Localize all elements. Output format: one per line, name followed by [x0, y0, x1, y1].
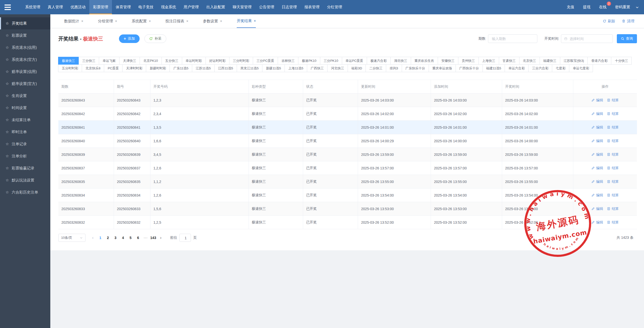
lottery-type-tab[interactable]: 北京PK10 [140, 57, 162, 65]
lottery-type-tab[interactable]: 福建快三 [540, 57, 560, 65]
lottery-type-tab[interactable]: 贵州快三 [458, 57, 479, 65]
lottery-type-tab[interactable]: 新疆时时彩 [146, 64, 170, 72]
page-number[interactable]: 1 [97, 234, 104, 242]
lottery-type-tab[interactable]: 幸运时时彩 [182, 57, 206, 65]
navbar-right-item[interactable]: 充值 [562, 0, 579, 14]
lottery-type-tab[interactable]: 黑龙江11选5 [237, 64, 263, 72]
edit-link[interactable]: 编辑 [591, 207, 603, 211]
page-number[interactable]: 5 [127, 234, 134, 242]
chevron-down-icon[interactable] [634, 0, 644, 14]
navbar-item[interactable]: 聊天室管理 [229, 0, 255, 14]
sidebar-item[interactable]: ☆ 时间设置 [0, 102, 50, 114]
view-tab[interactable]: 系统配置 × [132, 14, 151, 28]
sidebar-item[interactable]: ☆ 系统退水(官方) [0, 54, 50, 66]
lottery-type-tab[interactable]: 三分六合彩 [528, 64, 552, 72]
view-tab[interactable]: 开奖结果 × [237, 14, 256, 28]
lottery-type-tab[interactable]: 北京快三 [519, 57, 540, 65]
navbar-item[interactable]: 现金系统 [157, 0, 180, 14]
lottery-type-tab[interactable]: 幸运七星彩 [569, 64, 593, 72]
navbar-item[interactable]: 彩票管理 [89, 0, 112, 14]
lottery-type-tab[interactable]: 极速PK10 [298, 57, 320, 65]
settle-link[interactable]: 结算 [607, 98, 619, 103]
edit-link[interactable]: 编辑 [591, 179, 603, 184]
edit-link[interactable]: 编辑 [591, 125, 603, 130]
lottery-type-tab[interactable]: 河北快三 [327, 64, 348, 72]
period-input[interactable] [491, 36, 534, 41]
settle-link[interactable]: 结算 [607, 112, 619, 116]
page-number[interactable]: 3 [112, 234, 119, 242]
lottery-type-tab[interactable]: 福建11选5 [482, 64, 505, 72]
more-pages-icon[interactable]: ··· [142, 234, 149, 242]
navbar-item[interactable]: 真人管理 [44, 0, 67, 14]
settle-link[interactable]: 结算 [607, 166, 619, 170]
lottery-type-tab[interactable]: 极速快三 [58, 57, 79, 65]
settle-link[interactable]: 结算 [607, 220, 619, 225]
lottery-type-tab[interactable]: 天津快三 [119, 57, 140, 65]
navbar-item[interactable]: 日志管理 [278, 0, 301, 14]
lottery-type-tab[interactable]: 好运时时彩 [206, 57, 229, 65]
sidebar-item[interactable]: ☆ 即时注单 [0, 126, 50, 138]
sidebar-item[interactable]: ☆ 注单分析 [0, 150, 50, 162]
lottery-type-tab[interactable]: 上海快三 [478, 57, 499, 65]
sidebar-item[interactable]: ☆ 开奖结果 [0, 17, 50, 29]
page-number[interactable]: 2 [104, 234, 112, 242]
lottery-type-tab[interactable]: 甘肃快三 [499, 57, 519, 65]
lottery-type-tab[interactable]: 福彩3D [348, 64, 366, 72]
lottery-type-tab[interactable]: 排列3 [386, 64, 402, 72]
settle-link[interactable]: 结算 [607, 152, 619, 157]
open-time-input[interactable] [569, 36, 610, 41]
sidebar-item[interactable]: ☆ 赔率设置(官方) [0, 78, 50, 90]
sidebar-item[interactable]: ☆ 系统退水(信用) [0, 41, 50, 54]
lottery-type-tab[interactable]: 江苏11选5 [192, 64, 215, 72]
edit-link[interactable]: 编辑 [591, 166, 603, 170]
sidebar-item[interactable]: ☆ 未结算注单 [0, 114, 50, 126]
close-icon[interactable]: × [186, 19, 188, 23]
lottery-type-tab[interactable]: 二分快三 [366, 64, 386, 72]
last-page-number[interactable]: 143 [149, 234, 157, 242]
view-tab[interactable]: 分组管理 × [98, 14, 117, 28]
view-tab[interactable]: 数据统计 × [64, 14, 83, 28]
lottery-type-tab[interactable]: 湖北快三 [390, 57, 411, 65]
edit-link[interactable]: 编辑 [591, 98, 603, 103]
close-icon[interactable]: × [115, 19, 117, 23]
close-icon[interactable]: × [220, 19, 222, 23]
navbar-item[interactable]: 公告管理 [255, 0, 278, 14]
lottery-type-tab[interactable]: 天津时时彩 [122, 64, 146, 72]
lottery-type-tab[interactable]: 江西11选5 [214, 64, 237, 72]
lottery-type-tab[interactable]: 幸运六合彩 [505, 64, 529, 72]
settle-link[interactable]: 结算 [607, 125, 619, 130]
navbar-right-item[interactable]: 在线2 [595, 0, 611, 14]
close-icon[interactable]: × [149, 19, 151, 23]
edit-link[interactable]: 编辑 [591, 139, 603, 143]
navbar-item[interactable]: 系统管理 [21, 0, 44, 14]
hamburger-menu-icon[interactable] [0, 0, 15, 14]
lottery-type-tab[interactable]: 江苏骰宝(快3) [560, 57, 588, 65]
lottery-type-tab[interactable]: 七星彩 [552, 64, 569, 72]
lottery-type-tab[interactable]: 安徽快三 [438, 57, 458, 65]
lottery-type-tab[interactable]: 广东11选5 [170, 64, 192, 72]
lottery-type-tab[interactable]: 北京快乐8 [82, 64, 104, 72]
supplement-button[interactable]: 补采 [144, 34, 166, 43]
sidebar-item[interactable]: ☆ 彩票设置 [0, 29, 50, 41]
navbar-item[interactable]: 分红管理 [323, 0, 346, 14]
lottery-type-tab[interactable]: 重庆欢乐生肖 [411, 57, 438, 65]
lottery-type-tab[interactable]: 新疆11选5 [262, 64, 285, 72]
navbar-item[interactable]: 用户管理 [180, 0, 203, 14]
navbar-item[interactable]: 报表管理 [301, 0, 323, 14]
navbar-right-item[interactable]: 密码重置 [611, 0, 634, 14]
next-page-button[interactable]: › [157, 234, 165, 242]
edit-link[interactable]: 编辑 [591, 152, 603, 157]
navbar-item[interactable]: 体育管理 [112, 0, 135, 14]
settle-link[interactable]: 结算 [607, 207, 619, 211]
lottery-type-tab[interactable]: 三分PK10 [320, 57, 342, 65]
lottery-type-tab[interactable]: 幸运飞艇 [99, 57, 119, 65]
clear-button[interactable]: 清理 [622, 19, 634, 24]
close-icon[interactable]: × [254, 19, 256, 23]
close-icon[interactable]: × [81, 19, 83, 23]
refresh-button[interactable]: 刷新 [603, 19, 615, 24]
sidebar-item[interactable]: ☆ 赔率设置(信用) [0, 66, 50, 78]
query-button[interactable]: 查询 [617, 34, 637, 43]
lottery-type-tab[interactable]: 广东快乐十分 [402, 64, 429, 72]
view-tab[interactable]: 参数设置 × [203, 14, 222, 28]
lottery-type-tab[interactable]: 五分快三 [162, 57, 182, 65]
